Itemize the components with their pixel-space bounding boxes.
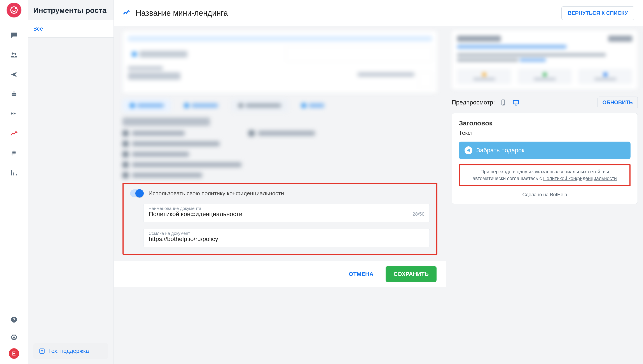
nav-people-icon[interactable]: [0, 45, 28, 65]
svg-text:?: ?: [13, 318, 15, 322]
blurred-summary-card: [452, 30, 638, 90]
preview-heading: Заголовок: [459, 120, 630, 127]
preview-made-text: Сделано на: [522, 192, 550, 197]
preview-toolbar: Предпросмотр: ОБНОВИТЬ: [452, 95, 638, 113]
device-mobile-icon[interactable]: [499, 98, 508, 107]
editor-footer: ОТМЕНА СОХРАНИТЬ: [114, 261, 446, 287]
use-own-policy-toggle[interactable]: [130, 190, 144, 197]
preview-pane: Предпросмотр: ОБНОВИТЬ Заголовок Текст З…: [446, 26, 643, 364]
preview-made-on: Сделано на BotHelp: [459, 192, 630, 198]
svg-point-1: [15, 7, 17, 10]
svg-point-6: [15, 94, 15, 95]
svg-point-11: [13, 336, 15, 339]
preview-consent-box: При переходе в одну из указанных социаль…: [459, 164, 630, 186]
svg-rect-16: [513, 100, 519, 104]
svg-text:?: ?: [41, 349, 43, 353]
editor-pane: Использовать свою политику конфиденциаль…: [114, 26, 446, 364]
svg-point-5: [13, 94, 13, 95]
nav-analytics-icon[interactable]: [0, 163, 28, 183]
support-button[interactable]: ? Тех. поддержка: [33, 343, 108, 359]
doclink-field-label: Ссылка на документ: [149, 231, 190, 236]
save-button[interactable]: СОХРАНИТЬ: [386, 266, 437, 282]
svg-point-3: [15, 53, 16, 55]
telegram-icon: [465, 146, 472, 154]
left-tab-all[interactable]: Все: [28, 20, 114, 37]
svg-rect-4: [12, 93, 16, 96]
cancel-button[interactable]: ОТМЕНА: [343, 267, 379, 282]
support-label: Тех. поддержка: [48, 348, 89, 354]
blurred-section-heading: [123, 118, 210, 126]
back-to-list-button[interactable]: ВЕРНУТЬСЯ К СПИСКУ: [561, 6, 634, 20]
svg-point-8: [14, 91, 15, 92]
nav-help-icon[interactable]: ?: [0, 311, 28, 328]
docname-counter: 28/50: [413, 211, 425, 217]
blurred-config-block: [123, 30, 437, 93]
docname-field-label: Наименование документа: [149, 206, 201, 211]
nav-bot-icon[interactable]: [0, 84, 28, 104]
nav-chats-icon[interactable]: [0, 25, 28, 45]
preview-made-link[interactable]: BotHelp: [550, 192, 567, 197]
user-avatar[interactable]: E: [9, 348, 19, 359]
topbar: Название мини-лендинга ВЕРНУТЬСЯ К СПИСК…: [114, 0, 643, 26]
page-title: Название мини-лендинга: [136, 8, 228, 18]
nav-flow-icon[interactable]: [0, 104, 28, 124]
nav-growth-icon[interactable]: [0, 124, 28, 143]
device-desktop-icon[interactable]: [512, 98, 520, 107]
svg-point-2: [12, 52, 14, 54]
left-panel-title: Инструменты роста: [28, 0, 114, 20]
nav-rail: ? E: [0, 0, 28, 364]
nav-send-icon[interactable]: [0, 65, 28, 84]
preview-cta-label: Забрать подарок: [476, 147, 524, 154]
trend-icon: [123, 9, 130, 18]
left-panel: Инструменты роста Все ? Тех. поддержка: [28, 0, 114, 364]
preview-text: Текст: [459, 130, 630, 136]
policy-settings-box: Использовать свою политику конфиденциаль…: [123, 183, 437, 255]
preview-card: Заголовок Текст Забрать подарок При пере…: [452, 113, 638, 204]
nav-plugin-icon[interactable]: [0, 143, 28, 163]
blurred-chips: [123, 99, 437, 112]
refresh-preview-button[interactable]: ОБНОВИТЬ: [597, 96, 638, 108]
preview-consent-link[interactable]: Политикой конфиденциальности: [543, 176, 617, 181]
nav-settings-icon[interactable]: [0, 328, 28, 346]
preview-cta-button[interactable]: Забрать подарок: [459, 142, 630, 159]
preview-label: Предпросмотр:: [452, 99, 495, 106]
app-logo[interactable]: [7, 2, 22, 18]
use-own-policy-label: Использовать свою политику конфиденциаль…: [149, 190, 284, 197]
